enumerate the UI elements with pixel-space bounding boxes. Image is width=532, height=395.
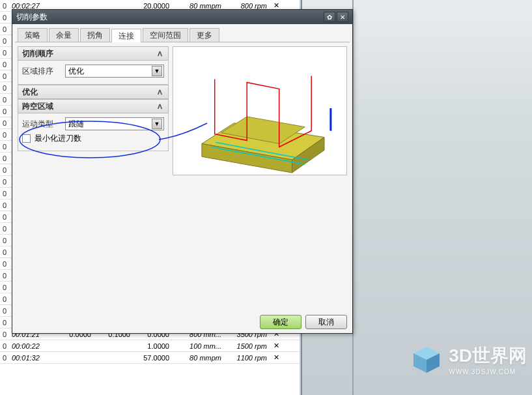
tab-stock[interactable]: 余量 [49,28,79,42]
tab-corner[interactable]: 拐角 [80,28,110,42]
tab-connection[interactable]: 连接 [111,29,141,42]
motion-type-label: 运动类型 [22,119,61,130]
section-open-area[interactable]: 跨空区域 ʌ [18,99,169,113]
chevron-down-icon: ▼ [152,119,162,129]
tab-spatial[interactable]: 空间范围 [143,28,188,42]
dialog-title: 切削参数 [16,12,48,23]
motion-type-select[interactable]: 跟随 ▼ [65,117,164,130]
chevron-down-icon: ▼ [152,66,162,76]
region-sort-label: 区域排序 [22,66,61,77]
cutting-parameters-dialog: 切削参数 ✿ ✕ 策略 余量 拐角 连接 空间范围 更多 切削顺序 ʌ 区域排序 [12,9,353,334]
dialog-titlebar[interactable]: 切削参数 ✿ ✕ [12,10,352,24]
section-optimize[interactable]: 优化 ʌ [18,85,169,99]
minimize-engage-label: 最小化进刀数 [35,133,81,144]
minimize-engage-checkbox[interactable] [22,134,31,143]
watermark: 3D世界网 WWW.3DSJW.COM [411,344,527,375]
tab-strategy[interactable]: 策略 [18,28,48,42]
preview-pane [173,46,347,175]
table-row: 000:00:221.0000100 mm...1500 rpm✕ [0,340,300,352]
close-icon[interactable]: ✕ [337,12,348,22]
chevron-up-icon: ʌ [155,102,164,111]
tab-strip: 策略 余量 拐角 连接 空间范围 更多 [15,27,350,42]
region-sort-select[interactable]: 优化 ▼ [65,65,164,78]
section-cut-order[interactable]: 切削顺序 ʌ [18,46,169,61]
cancel-button[interactable]: 取消 [305,315,347,329]
chevron-down-icon: ʌ [155,87,164,96]
gear-icon[interactable]: ✿ [324,12,335,22]
table-row: 000:01:3257.000080 mmpm1100 rpm✕ [0,352,300,364]
close-icon[interactable]: ✕ [270,342,283,350]
cube-icon [411,344,442,375]
ok-button[interactable]: 确定 [260,315,301,329]
chevron-up-icon: ʌ [155,49,164,58]
close-icon[interactable]: ✕ [270,353,283,362]
tab-more[interactable]: 更多 [189,28,219,42]
